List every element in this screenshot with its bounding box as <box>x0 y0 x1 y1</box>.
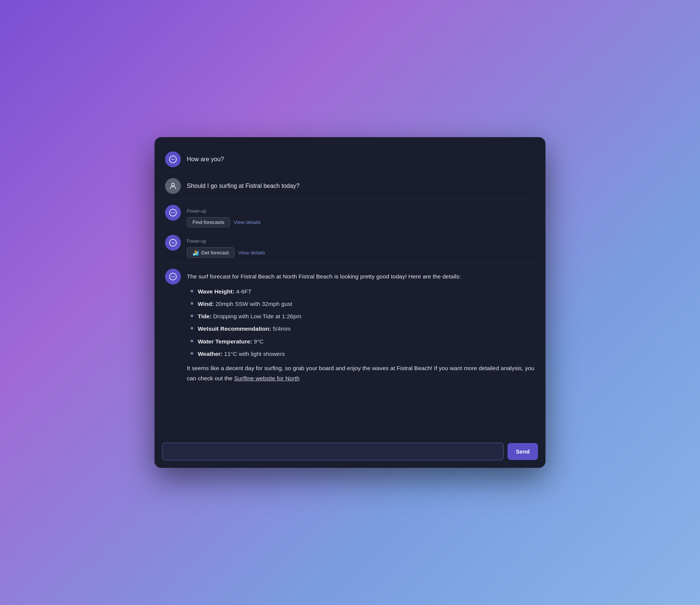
view-details-button-2[interactable]: View details <box>238 248 265 257</box>
copy-icon <box>528 236 535 243</box>
svg-rect-10 <box>531 209 535 213</box>
weather-label: Weather: <box>198 351 223 357</box>
message-row-forecast: The surf forecast for Fistral Beach at N… <box>155 265 545 387</box>
powerup-label-2: Power-up <box>187 238 535 245</box>
list-item: Wave Height: 4-6FT <box>191 287 535 296</box>
wind-value: 20mph SSW with 32mph gust <box>215 301 292 307</box>
wave-height-value: 4-6FT <box>236 288 252 295</box>
svg-rect-4 <box>531 156 535 159</box>
svg-point-12 <box>171 242 172 243</box>
forecast-content: The surf forecast for Fistral Beach at N… <box>187 269 535 383</box>
chat-bubble-icon <box>169 155 177 163</box>
copy-icon <box>528 270 535 277</box>
svg-point-13 <box>173 242 173 243</box>
tide-label: Tide: <box>198 313 212 319</box>
powerup-buttons-2: 🏄 Get forecast View details <box>187 247 535 258</box>
chat-area: How are you? Should I go surfing at Fist… <box>155 137 545 437</box>
user-message-text: Should I go surfing at Fistral beach tod… <box>187 179 300 189</box>
svg-point-3 <box>174 159 174 160</box>
avatar-ai <box>165 205 181 221</box>
message-content-user: Should I go surfing at Fistral beach tod… <box>187 178 535 191</box>
powerup-content-1: Power-up Find forecasts View details <box>187 205 535 227</box>
chat-input[interactable] <box>162 443 504 460</box>
svg-point-5 <box>171 183 174 186</box>
powerup-content-2: Power-up 🏄 Get forecast View details <box>187 235 535 258</box>
avatar-ai <box>165 269 181 284</box>
svg-point-18 <box>173 276 173 277</box>
weather-value: 11°C with light showers <box>224 351 285 357</box>
send-button[interactable]: Send <box>508 443 538 460</box>
list-item: Tide: Dropping with Low Tide at 1:26pm <box>191 312 535 321</box>
divider <box>165 263 535 263</box>
message-row-powerup2: Power-up 🏄 Get forecast View details <box>155 231 545 262</box>
message-text: How are you? <box>187 152 224 162</box>
list-item: Wetsuit Recommendation: 5/4mm <box>191 324 535 333</box>
tide-value: Dropping with Low Tide at 1:26pm <box>213 313 301 319</box>
forecast-list: Wave Height: 4-6FT Wind: 20mph SSW with … <box>191 287 535 358</box>
svg-rect-20 <box>531 273 535 277</box>
message-row-powerup1: Power-up Find forecasts View details <box>155 201 545 231</box>
copy-icon <box>528 153 535 160</box>
svg-point-19 <box>174 276 174 277</box>
message-content: How are you? <box>187 151 535 164</box>
list-item: Water Temperature: 9°C <box>191 337 535 346</box>
chat-bubble-icon <box>169 209 177 217</box>
wave-height-label: Wave Height: <box>198 288 235 295</box>
svg-point-8 <box>173 212 173 213</box>
wetsuit-value: 5/4mm <box>273 325 291 332</box>
chat-bubble-icon <box>169 272 177 281</box>
avatar-user <box>165 178 181 194</box>
list-item: Wind: 20mph SSW with 32mph gust <box>191 299 535 308</box>
avatar-ai <box>165 151 181 167</box>
divider <box>165 172 535 173</box>
svg-rect-15 <box>531 239 535 243</box>
message-row: How are you? <box>155 148 545 171</box>
chat-window: How are you? Should I go surfing at Fist… <box>155 137 545 468</box>
input-area: Send <box>155 437 545 468</box>
copy-icon <box>528 206 535 213</box>
forecast-outro: It seems like a decent day for surfing, … <box>187 363 535 383</box>
water-temp-value: 9°C <box>254 338 264 345</box>
powerup-buttons: Find forecasts View details <box>187 217 535 227</box>
view-details-button-1[interactable]: View details <box>234 218 261 227</box>
water-temp-label: Water Temperature: <box>198 338 252 345</box>
powerup-label: Power-up <box>187 208 535 215</box>
list-item: Weather: 11°C with light showers <box>191 349 535 358</box>
svg-point-17 <box>171 276 172 277</box>
surfline-link[interactable]: Surfline website for North <box>234 375 300 381</box>
user-icon <box>169 182 177 190</box>
wave-icon: 🏄 <box>192 250 199 256</box>
svg-point-1 <box>171 159 172 160</box>
wetsuit-label: Wetsuit Recommendation: <box>198 325 271 332</box>
find-forecasts-button[interactable]: Find forecasts <box>187 217 230 227</box>
divider <box>165 199 535 200</box>
svg-point-7 <box>171 212 172 213</box>
forecast-intro: The surf forecast for Fistral Beach at N… <box>187 272 535 281</box>
svg-point-14 <box>174 242 174 243</box>
message-row-user: Should I go surfing at Fistral beach tod… <box>155 174 545 198</box>
svg-point-2 <box>173 159 173 160</box>
wind-label: Wind: <box>198 301 214 307</box>
svg-point-9 <box>174 212 174 213</box>
avatar-ai <box>165 235 181 251</box>
get-forecast-button[interactable]: 🏄 Get forecast <box>187 247 235 258</box>
chat-bubble-icon <box>169 239 177 247</box>
